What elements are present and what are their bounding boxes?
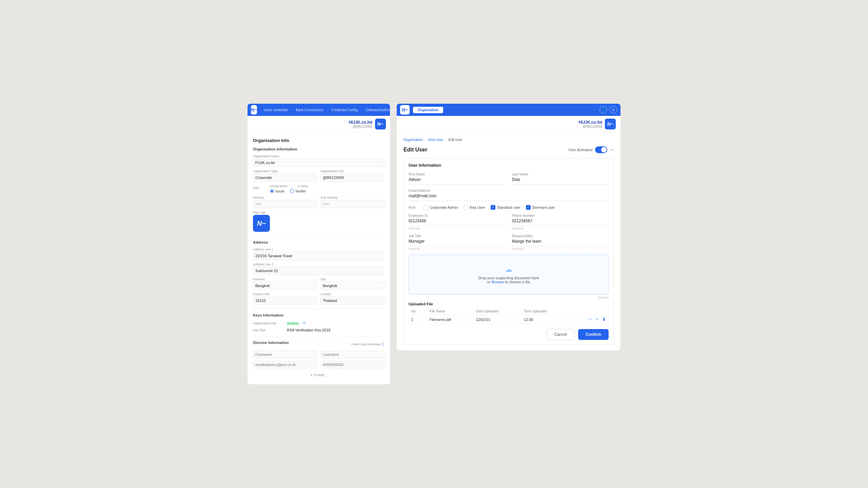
nav-item-bank[interactable]: Bank Connections	[292, 107, 327, 113]
breadcrumb: Organization › View User › Edit User	[403, 138, 614, 142]
cancel-button[interactable]: Cancel	[547, 329, 575, 340]
job-title-label: Job Title	[409, 234, 505, 238]
role-verifier[interactable]: Verifier	[290, 189, 306, 193]
job-responsibility-grid: Job Title Manager Optional Responsibilit…	[409, 234, 609, 250]
email-grid: Email Address mail@mail.com	[409, 189, 609, 201]
left-top-nav: N~ Issue credential Bank Connections Cre…	[248, 104, 390, 116]
nav-item-credential[interactable]: Credential Config	[328, 107, 361, 113]
job-title-value: Manager	[409, 239, 505, 246]
upload-zone[interactable]: ☁ Drop your supporting document here or …	[409, 255, 609, 294]
industry-row: Industry N/A Sub Industry N/A	[253, 196, 384, 208]
file-table: No. File Name Date Uploaded Time Uploade…	[409, 308, 609, 324]
user-info-box: User Information First Name Allison Last…	[403, 158, 614, 345]
industry-label: Industry	[253, 196, 317, 199]
key-did-label: Organization DID	[253, 322, 283, 325]
dir-phone-input[interactable]	[320, 361, 384, 368]
sub-industry-label: Sub Industry	[320, 196, 384, 199]
file-edit-icon[interactable]: ✏	[589, 317, 592, 322]
industry-group: Industry N/A	[253, 196, 317, 208]
org-name-label: Organization Name	[253, 155, 384, 158]
sub-industry-group: Sub Industry N/A	[320, 196, 384, 208]
eye-icon[interactable]: 👁	[302, 321, 307, 326]
addr1-row: Address Line 1 223/16 Tanawat Tower	[253, 248, 384, 260]
phone-number-field: Phone Number 021234567 Optional	[512, 214, 609, 230]
file-download-icon[interactable]: ⬇	[602, 317, 606, 322]
phone-value: 021234567	[512, 219, 609, 226]
issuer-radio[interactable]	[270, 189, 274, 193]
upload-optional: Optional	[409, 296, 609, 299]
verifier-radio[interactable]	[290, 189, 294, 193]
dormant-user-checkbox[interactable]	[526, 205, 531, 210]
browse-link[interactable]: Browse	[492, 280, 504, 284]
role-options: Issuer Verifier	[270, 189, 384, 193]
role-dormant-user[interactable]: Dormant user	[526, 205, 555, 210]
province-label: Province	[253, 278, 317, 281]
right-profile-icon[interactable]: 👤	[599, 106, 607, 114]
key-user-checkbox[interactable]	[463, 205, 468, 210]
edit-pencil-icon[interactable]: ✏	[610, 147, 614, 152]
responsibility-value: Mange the team	[512, 239, 609, 246]
responsibility-label: Responsibility	[512, 234, 609, 238]
right-company-logo: N~	[605, 119, 616, 129]
right-nav-org[interactable]: Organization	[413, 107, 443, 113]
right-nav-icons: 👤 ⎋	[599, 106, 617, 114]
confirm-button[interactable]: Confirm	[578, 329, 609, 340]
key-did-status: Added	[287, 321, 298, 325]
col-actions	[570, 308, 609, 315]
dir-lastname-input[interactable]	[320, 351, 384, 358]
city-value: Bangkok	[320, 282, 384, 290]
phone-optional: Optional	[512, 227, 609, 230]
breadcrumb-org[interactable]: Organization	[403, 138, 423, 142]
employee-id-label: Employee ID	[409, 214, 505, 218]
right-top-nav: N~ Organization 👤 ⎋	[397, 104, 620, 116]
last-name-label: Last Name	[512, 172, 609, 176]
file-date-cell: 12/02/21	[473, 315, 521, 324]
show-more[interactable]: ∨ 3 more...	[253, 371, 384, 379]
user-activated-toggle[interactable]	[595, 146, 607, 153]
org-did-value: @BK123456	[320, 174, 384, 182]
right-company-name: HIJJK.co.ltd @NK123456	[579, 120, 602, 128]
form-actions: Cancel Confirm	[409, 329, 609, 340]
user-role-section: Role Corporate Admin Key User Standar	[409, 205, 609, 210]
keys-title: Keys Information	[253, 313, 384, 317]
dir-firstname-input[interactable]	[253, 351, 317, 358]
role-corporate-admin[interactable]: Corporate Admin	[423, 205, 458, 210]
org-info-title: Organization Info	[253, 138, 384, 143]
org-info-card: Organization Info Organization Informati…	[248, 133, 390, 384]
employee-id-field: Employee ID ID123456 Optional	[409, 214, 505, 230]
role-key-user[interactable]: Key User	[463, 205, 485, 210]
role-standard-user[interactable]: Standard user	[491, 205, 520, 210]
dir-name-row	[253, 351, 384, 358]
director-title: Director Information	[253, 341, 289, 345]
col-date: Date Uploaded	[473, 308, 521, 315]
addr2-row: Address Line 2 Sukhumvit 22	[253, 263, 384, 275]
org-did-group: Organization DID @BK123456	[320, 169, 384, 182]
dir-email-group	[253, 361, 317, 368]
last-name-field: Last Name Dias	[512, 172, 609, 185]
addr1-value: 223/16 Tanawat Tower	[253, 252, 384, 260]
left-company-header: HIJJK.co.ltd @NK123456 N~	[248, 116, 390, 133]
file-view-icon[interactable]: 👁	[595, 317, 599, 322]
corporate-admin-checkbox[interactable]	[423, 205, 428, 210]
upload-text: Drop your supporting document here or Br…	[478, 276, 539, 284]
nav-item-issue[interactable]: Issue credential	[260, 107, 291, 113]
file-no: 1	[409, 315, 427, 324]
right-logout-icon[interactable]: ⎋	[610, 106, 617, 114]
org-type-group: Organization Type Corporate	[253, 169, 317, 182]
org-info-subtitle: Organization Information	[253, 147, 384, 151]
breadcrumb-edit-user: Edit User	[449, 138, 462, 142]
standard-user-checkbox[interactable]	[491, 205, 495, 210]
left-company-logo: N~	[375, 119, 386, 129]
dir-email-input[interactable]	[253, 361, 317, 368]
role-issuer[interactable]: Issuer	[270, 189, 284, 193]
file-actions: ✏ 👁 ⬇	[572, 317, 606, 322]
org-logo-box: N~	[253, 215, 270, 232]
public-key-cert: Public Key Certificate ⓘ	[351, 342, 384, 347]
col-time: Time Uploaded	[521, 308, 570, 315]
province-group: Province Bangkok	[253, 278, 317, 290]
org-name-group: Organization Name FIJJK.co.ltd	[253, 155, 384, 167]
public-key-info-icon[interactable]: ⓘ	[381, 342, 384, 347]
key-type-row: Key Type RSA Verification Key 2018	[253, 328, 384, 332]
user-role-label: Role	[409, 206, 419, 209]
breadcrumb-view-user[interactable]: View User	[428, 138, 443, 142]
